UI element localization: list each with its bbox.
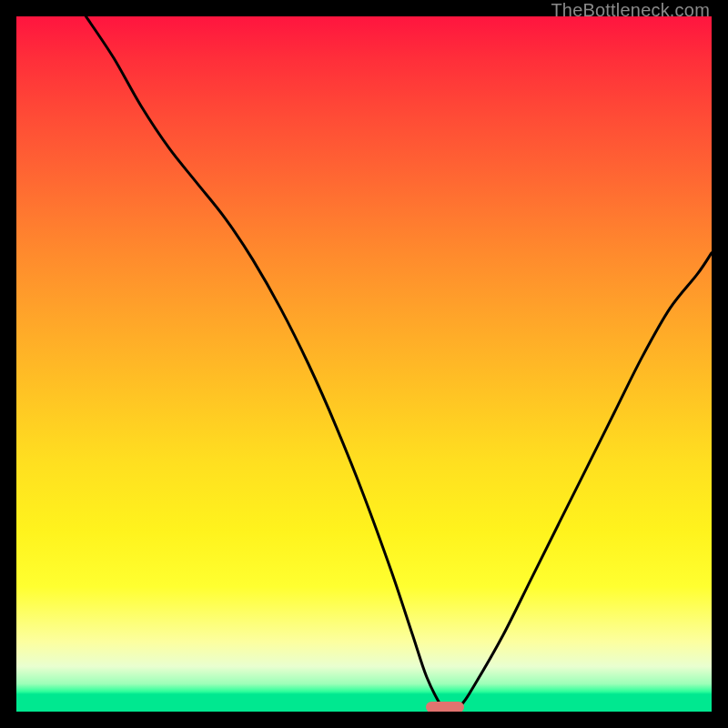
chart-frame: TheBottleneck.com (0, 0, 728, 728)
plot-area (16, 16, 712, 712)
optimal-marker (426, 702, 464, 712)
bottleneck-curve (16, 16, 712, 712)
watermark-text: TheBottleneck.com (551, 0, 710, 21)
